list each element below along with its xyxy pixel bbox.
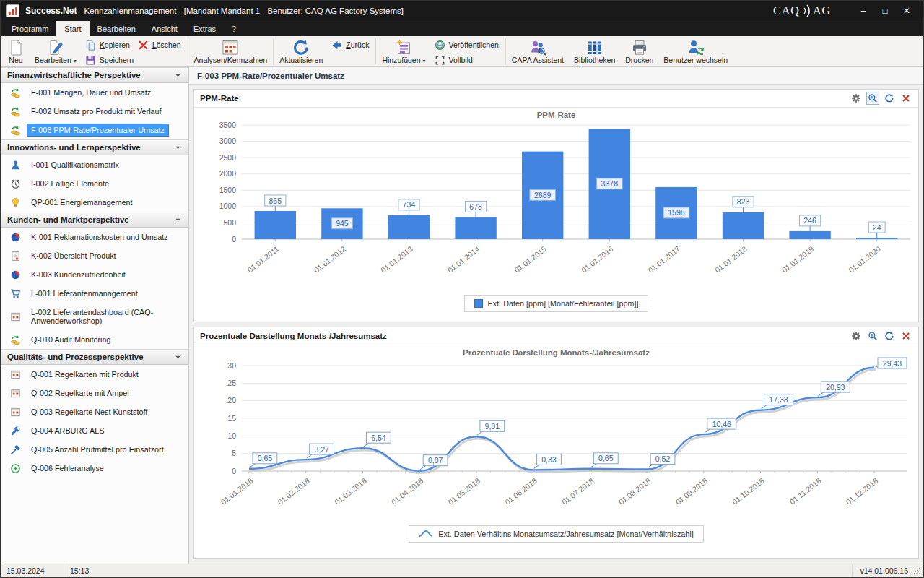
menu-item-ansicht[interactable]: Ansicht [144, 21, 186, 36]
toolbar-button-vollbild[interactable]: Vollbild [432, 54, 477, 66]
analyses-icon [222, 39, 239, 56]
sidebar-item-label: K-001 Reklamationskosten und Umsatz [27, 230, 173, 243]
resize-grip-icon[interactable] [912, 567, 920, 575]
add-icon [395, 39, 412, 56]
panel-prozentuale-darstellung-monats-jahresumsatz-gear-button[interactable] [850, 329, 863, 342]
panel-ppm-rate-zoom-in-button[interactable] [866, 92, 879, 105]
legend-label: Ext. Daten [ppm] [Monat/Fehleranteil [pp… [488, 299, 639, 308]
toolbar-button-zur-ck[interactable]: Zurück [329, 39, 373, 51]
toolbar-button-kopieren[interactable]: Kopieren [83, 39, 134, 51]
sidebar-section-kunden-und-marktperspektive[interactable]: Kunden- und Marktperspektive [1, 212, 188, 228]
sidebar-item-f-003[interactable]: F-003 PPM-Rate/Prozentualer Umsatz [1, 121, 188, 139]
svg-text:01.01.2020: 01.01.2020 [847, 244, 882, 275]
menu-item-help[interactable]: ? [224, 21, 244, 36]
panel-prozentuale-darstellung-monats-jahresumsatz-close-sm-button[interactable] [899, 329, 912, 342]
app-window: Success.Net - Kennzahlenmanagement - [Ma… [0, 0, 924, 578]
pie-icon [10, 269, 21, 280]
menu-item-bearbeiten[interactable]: Bearbeiten [90, 21, 144, 36]
sidebar-item-q-003[interactable]: Q-003 Regelkarte Nest Kunststoff [1, 402, 188, 421]
menu-item-programm[interactable]: Programm [4, 21, 56, 36]
copy-icon [85, 40, 96, 51]
money-flow-icon [10, 87, 21, 98]
svg-text:0,52: 0,52 [655, 454, 670, 463]
toolbar-button-capa-assistent[interactable]: CAPA Assistent [507, 37, 569, 66]
sidebar-item-f-001[interactable]: F-001 Mengen, Dauer und Umsatz [1, 83, 188, 102]
toolbar-button-aktualisieren[interactable]: Aktualisieren [274, 37, 328, 66]
sidebar-section-title: Innovations- und Lernperspektive [7, 143, 141, 152]
sidebar-item-label: Q-001 Regelkarten mit Produkt [27, 368, 143, 381]
sidebar-section-qualit-ts-und-prozessperspektive[interactable]: Qualitäts- und Prozessperspektive [1, 349, 188, 365]
wrench-icon [10, 426, 21, 436]
sidebar-item-label: Q-003 Regelkarte Nest Kunststoff [27, 405, 152, 418]
svg-text:01.01.2014: 01.01.2014 [445, 244, 481, 275]
page-title: F-003 PPM-Rate/Prozentualer Umsatz [189, 67, 923, 85]
toolbar-button-l-schen[interactable]: Löschen [136, 39, 186, 51]
toolbar-separator [188, 38, 188, 64]
sidebar-item-q-006[interactable]: Q-006 Fehleranalyse [1, 459, 188, 478]
sidebar-item-i-002[interactable]: I-002 Fällige Elemente [1, 174, 188, 193]
sidebar-section-innovations-und-lernperspektive[interactable]: Innovations- und Lernperspektive [1, 139, 188, 155]
status-version: v14.01.006.16 [860, 566, 908, 575]
sidebar-item-l-002[interactable]: L-002 Lieferantendashboard (CAQ-Anwender… [1, 303, 188, 330]
sidebar-item-k-002[interactable]: K-002 Übersicht Produkt [1, 246, 188, 265]
sidebar-item-k-001[interactable]: K-001 Reklamationskosten und Umsatz [1, 228, 188, 246]
svg-text:01.01.2018: 01.01.2018 [219, 476, 254, 506]
window-controls: – □ ✕ [854, 4, 916, 18]
sidebar-item-qp-001[interactable]: QP-001 Energiemanagement [1, 193, 188, 212]
toolbar-button-speichern[interactable]: Speichern [83, 54, 138, 66]
svg-text:01.01.2016: 01.01.2016 [579, 244, 614, 275]
sidebar-item-l-001[interactable]: L-001 Lieferantenmanagement [1, 284, 188, 303]
svg-text:3000: 3000 [219, 137, 236, 145]
svg-text:15: 15 [227, 413, 236, 422]
sidebar-item-f-002[interactable]: F-002 Umsatz pro Produkt mit Verlauf [1, 102, 188, 121]
line-chart-canvas: 0510152025300,6501.01.20183,2701.02.2018… [196, 357, 918, 523]
sidebar-section-finanzwirtschaftliche-perspektive[interactable]: Finanzwirtschaftliche Perspektive [1, 67, 188, 83]
toolbar-button-hinzuf-gen[interactable]: Hinzufügen▾ [377, 37, 430, 66]
panel-ppm-rate-refresh-sm-button[interactable] [883, 92, 896, 105]
save-icon [85, 55, 96, 66]
menu-item-extras[interactable]: Extras [186, 21, 224, 36]
svg-text:01.11.2018: 01.11.2018 [788, 476, 822, 506]
svg-text:17,33: 17,33 [769, 395, 788, 404]
minimize-button[interactable]: – [854, 4, 873, 18]
sidebar-item-q-010[interactable]: Q-010 Audit Monitoring [1, 330, 188, 349]
libraries-icon [586, 39, 603, 56]
close-button[interactable]: ✕ [897, 4, 916, 18]
toolbar-group-5: CAPA AssistentBibliothekenDruckenBenutze… [507, 37, 733, 66]
toolbar-group-3: AktualisierenZurück [274, 37, 375, 66]
toolbar-button-bibliotheken[interactable]: Bibliotheken [569, 37, 620, 66]
toolbar-button-bearbeiten[interactable]: Bearbeiten▾ [30, 37, 82, 66]
dropdown-arrow-icon: ▾ [74, 58, 77, 64]
toolbar-button-analysen-kennzahlen[interactable]: Analysen/Kennzahlen [189, 37, 273, 66]
sidebar-item-q-001[interactable]: Q-001 Regelkarten mit Produkt [1, 365, 188, 384]
toolbar-button-drucken[interactable]: Drucken [620, 37, 658, 66]
sidebar-item-i-001[interactable]: I-001 Qualifikationsmatrix [1, 155, 188, 174]
main-area: Finanzwirtschaftliche PerspektiveF-001 M… [1, 67, 923, 564]
svg-text:01.01.2018: 01.01.2018 [712, 244, 748, 275]
panel-ppm-rate-close-sm-button[interactable] [899, 92, 912, 105]
refresh-sm-icon [884, 331, 894, 341]
caq-ag-logo: CAQ AG [773, 4, 831, 18]
menu-item-start[interactable]: Start [56, 21, 89, 36]
toolbar-button-ver-ffentlichen[interactable]: Veröffentlichen [432, 39, 503, 51]
titlebar: Success.Net - Kennzahlenmanagement - [Ma… [1, 1, 923, 21]
panel-prozentuale-darstellung-monats-jahresumsatz-refresh-sm-button[interactable] [883, 329, 896, 342]
sidebar-section-title: Kunden- und Marktperspektive [7, 215, 129, 224]
panel-prozentuale-darstellung-monats-jahresumsatz-zoom-in-button[interactable] [866, 329, 879, 342]
svg-text:0,65: 0,65 [257, 454, 272, 462]
sidebar-item-q-004[interactable]: Q-004 ARBURG ALS [1, 421, 188, 440]
legend-row: Ext. Daten [ppm] [Monat/Fehleranteil [pp… [194, 293, 918, 322]
panel-toolbar [850, 92, 912, 105]
money-flow-icon [10, 125, 21, 136]
svg-text:0: 0 [232, 235, 236, 243]
toolbar-separator [505, 38, 506, 64]
sidebar-item-q-005[interactable]: Q-005 Anzahl Prüfmittel pro Einsatzort [1, 440, 188, 459]
sidebar-item-k-003[interactable]: K-003 Kundenzufriedenheit [1, 265, 188, 284]
legend-row: Ext. Daten Verhältins Monatsumsatz/Jahre… [194, 523, 918, 559]
sidebar-item-q-002[interactable]: Q-002 Regelkarte mit Ampel [1, 384, 188, 402]
panel-ppm-rate-gear-button[interactable] [850, 92, 863, 105]
toolbar-button-benutzer-wechseln[interactable]: Benutzer wechseln [658, 37, 733, 66]
toolbar-button-neu[interactable]: Neu [2, 37, 30, 66]
svg-text:01.01.2011: 01.01.2011 [245, 244, 280, 274]
maximize-button[interactable]: □ [876, 4, 894, 18]
